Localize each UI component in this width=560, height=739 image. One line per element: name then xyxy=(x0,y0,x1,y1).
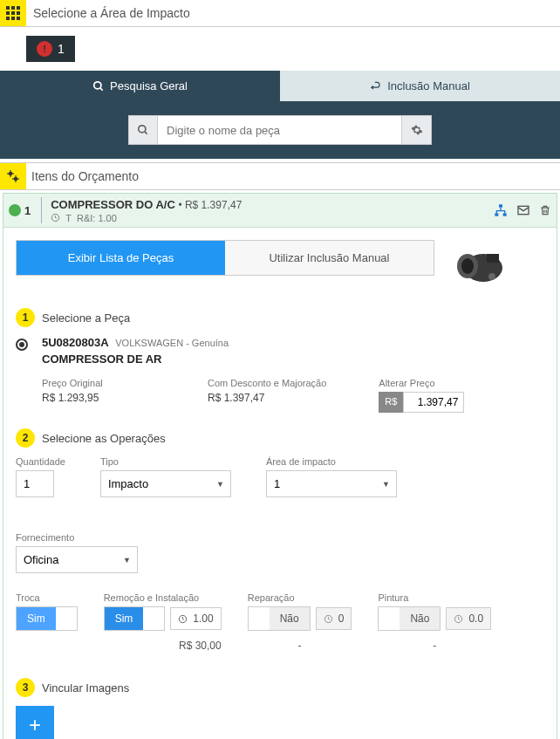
svg-rect-2 xyxy=(17,6,20,10)
troca-label: Troca xyxy=(16,592,78,603)
hierarchy-icon[interactable] xyxy=(494,203,508,217)
alert-icon xyxy=(37,41,52,57)
price-discount-label: Com Desconto e Majoração xyxy=(208,378,326,388)
step-1-label: Selecione a Peça xyxy=(42,311,130,325)
svg-rect-5 xyxy=(17,11,20,15)
currency-prefix: R$ xyxy=(379,392,403,413)
item-sub-t: T xyxy=(65,213,72,223)
pintura-cost: - xyxy=(378,640,491,652)
mode-tab-list[interactable]: Exibir Lista de Peças xyxy=(17,241,225,275)
tab-general-search[interactable]: Pesquisa Geral xyxy=(0,71,280,101)
step-1: 1 Selecione a Peça xyxy=(16,308,544,327)
remocao-toggle[interactable]: Sim xyxy=(104,606,166,631)
step-3-label: Vincular Imagens xyxy=(42,681,129,695)
impact-area-header: Selecione a Área de Impacto xyxy=(0,0,560,27)
svg-point-24 xyxy=(488,273,495,280)
search-zone xyxy=(0,101,560,159)
step-2-label: Selecione as Operações xyxy=(42,432,166,445)
step-2: 2 Selecione as Operações xyxy=(16,428,544,448)
remocao-yes: Sim xyxy=(105,607,144,630)
svg-point-13 xyxy=(9,172,13,176)
part-option[interactable]: 5U0820803A VOLKSWAGEN - Genuína COMPRESS… xyxy=(16,336,544,366)
status-dot-icon xyxy=(9,204,21,216)
divider xyxy=(41,197,42,223)
pintura-toggle[interactable]: Não xyxy=(378,606,440,631)
reparacao-no: Não xyxy=(270,607,310,630)
fornecimento-select[interactable]: Oficina xyxy=(16,546,138,573)
search-tabs: Pesquisa Geral Inclusão Manual xyxy=(0,71,560,101)
remocao-label: Remoção e Instalação xyxy=(104,592,222,603)
price-original-value: R$ 1.293,95 xyxy=(42,392,155,404)
radio-icon[interactable] xyxy=(16,339,28,351)
pintura-time: 0.0 xyxy=(446,607,491,630)
reparacao-toggle[interactable]: Não xyxy=(248,606,311,631)
gears-icon xyxy=(0,163,26,189)
svg-rect-3 xyxy=(6,11,10,15)
svg-rect-18 xyxy=(503,213,507,216)
svg-rect-1 xyxy=(11,6,15,10)
area-select[interactable]: 1 xyxy=(266,470,397,497)
svg-rect-6 xyxy=(6,17,10,20)
area-label: Área de impacto xyxy=(266,456,397,467)
reparacao-time: 0 xyxy=(316,607,352,630)
svg-point-22 xyxy=(461,258,474,274)
mode-tab-manual[interactable]: Utilizar Inclusão Manual xyxy=(225,241,434,275)
clock-icon xyxy=(51,213,60,222)
part-thumbnail xyxy=(447,240,508,292)
part-mode-tabs: Exibir Lista de Peças Utilizar Inclusão … xyxy=(16,240,434,276)
budget-items-title: Itens do Orçamento xyxy=(26,169,139,183)
grid-icon[interactable] xyxy=(0,0,26,26)
qty-input[interactable] xyxy=(16,470,54,497)
remocao-time[interactable]: 1.00 xyxy=(170,607,221,630)
search-icon[interactable] xyxy=(128,115,158,145)
step-3-badge: 3 xyxy=(16,678,35,697)
item-title: COMPRESSOR DO A/C xyxy=(51,198,175,211)
svg-point-9 xyxy=(94,81,101,88)
trash-icon[interactable] xyxy=(539,203,551,217)
item-1-body: Exibir Lista de Peças Utilizar Inclusão … xyxy=(3,227,557,739)
add-image-button[interactable]: + xyxy=(16,706,54,739)
tipo-label: Tipo xyxy=(100,456,231,467)
item-sub-ri: R&I: 1.00 xyxy=(77,213,117,223)
part-search-input[interactable] xyxy=(158,115,402,145)
fornecimento-label: Fornecimento xyxy=(16,532,138,543)
qty-label: Quantidade xyxy=(16,456,65,467)
tab-general-search-label: Pesquisa Geral xyxy=(110,79,188,92)
part-description: COMPRESSOR DE AR xyxy=(42,352,544,366)
item-1-header[interactable]: 1 COMPRESSOR DO A/C • R$ 1.397,47 T R&I:… xyxy=(3,194,557,227)
troca-toggle[interactable]: Sim xyxy=(16,606,78,631)
item-price: • R$ 1.397,47 xyxy=(178,199,242,211)
svg-point-11 xyxy=(139,126,146,133)
search-box xyxy=(128,115,432,145)
step-1-badge: 1 xyxy=(16,308,35,327)
price-original-label: Preço Original xyxy=(42,378,155,388)
step-3: 3 Vincular Imagens xyxy=(16,678,544,697)
reparacao-label: Reparação xyxy=(248,592,352,603)
part-brand: VOLKSWAGEN - Genuína xyxy=(115,338,229,348)
reparacao-cost: - xyxy=(248,640,352,652)
warning-badge[interactable]: 1 xyxy=(26,36,75,62)
search-settings-button[interactable] xyxy=(402,115,432,145)
svg-line-12 xyxy=(145,132,147,134)
svg-line-10 xyxy=(100,87,103,90)
item-number: 1 xyxy=(24,204,31,217)
pintura-label: Pintura xyxy=(378,592,491,603)
pintura-no: Não xyxy=(400,607,440,630)
svg-rect-17 xyxy=(495,213,498,216)
tab-manual-include[interactable]: Inclusão Manual xyxy=(280,71,560,101)
svg-rect-8 xyxy=(17,17,20,20)
svg-rect-16 xyxy=(499,204,502,207)
svg-rect-23 xyxy=(487,254,499,263)
remocao-cost: R$ 30,00 xyxy=(104,640,222,652)
budget-item-1: 1 COMPRESSOR DO A/C • R$ 1.397,47 T R&I:… xyxy=(3,193,557,739)
tipo-select[interactable]: Impacto xyxy=(100,470,231,497)
price-alter-input[interactable] xyxy=(403,392,464,413)
svg-point-14 xyxy=(14,177,18,181)
budget-items-header: Itens do Orçamento xyxy=(0,162,560,190)
mail-icon[interactable] xyxy=(516,203,530,217)
svg-rect-7 xyxy=(11,17,15,20)
price-alter-label: Alterar Preço xyxy=(379,378,492,388)
warning-row: 1 xyxy=(0,27,560,71)
part-code: 5U0820803A xyxy=(42,336,109,349)
troca-yes: Sim xyxy=(17,607,56,630)
